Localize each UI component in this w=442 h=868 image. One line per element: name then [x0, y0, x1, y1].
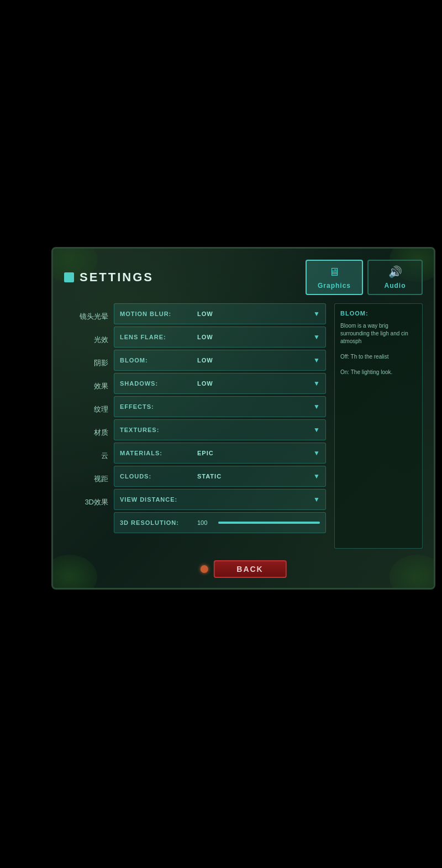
settings-icon [64, 272, 74, 282]
textures-name: TEXTURES: [120, 427, 197, 433]
lens-flare-value: LOW [197, 334, 213, 340]
desc-title: BLOOM: [340, 309, 417, 318]
textures-value-container: ▼ [197, 426, 320, 434]
effects-row[interactable]: EFFECTS: ▼ [114, 396, 326, 417]
shadows-name: SHADOWS: [120, 380, 197, 387]
view-distance-arrow: ▼ [313, 496, 320, 503]
back-dot [200, 565, 208, 573]
clouds-value: STATIC [197, 473, 222, 480]
header-row: Settings 🖥 Graphics 🔊 Audio [64, 260, 423, 295]
bloom-label: 光效 [64, 329, 108, 350]
3d-resolution-name: 3D RESOLUTION: [120, 519, 197, 526]
footer-area: Back [200, 560, 286, 578]
description-panel: BLOOM: Bloom is a way brig surrounding t… [334, 303, 423, 549]
lens-flare-value-container: LOW ▼ [197, 333, 320, 341]
textures-arrow: ▼ [313, 426, 320, 434]
textures-label: 纹理 [64, 399, 108, 420]
lens-flare-arrow: ▼ [313, 333, 320, 341]
shadows-value-container: LOW ▼ [197, 380, 320, 387]
3d-resolution-value: 100 [197, 519, 214, 526]
motion-blur-name: MOTION BLUR: [120, 311, 197, 317]
shadows-arrow: ▼ [313, 380, 320, 387]
tab-buttons: 🖥 Graphics 🔊 Audio [306, 260, 423, 295]
content-area: 镜头光晕 光效 阴影 效果 纹理 材质 云 [64, 303, 423, 549]
audio-tab-label: Audio [385, 282, 406, 290]
3d-resolution-slider-track[interactable] [218, 522, 320, 524]
3d-resolution-slider-fill [218, 522, 320, 524]
clouds-value-container: STATIC ▼ [197, 472, 320, 480]
motion-blur-row[interactable]: MOTION BLUR: LOW ▼ [114, 303, 326, 324]
settings-panel: Settings 🖥 Graphics 🔊 Audio 镜头光晕 [51, 247, 435, 590]
audio-icon: 🔊 [388, 265, 402, 278]
settings-rows: MOTION BLUR: LOW ▼ LENS FLARE: LOW ▼ [114, 303, 329, 549]
left-labels: 镜头光晕 光效 阴影 效果 纹理 材质 云 [64, 303, 108, 549]
3d-resolution-label: 3D效果 [64, 492, 108, 513]
shadows-row[interactable]: SHADOWS: LOW ▼ [114, 373, 326, 394]
graphics-icon: 🖥 [329, 266, 340, 278]
effects-arrow: ▼ [313, 403, 320, 411]
view-distance-value-container: ▼ [197, 496, 320, 503]
tab-audio[interactable]: 🔊 Audio [367, 260, 423, 295]
tab-graphics[interactable]: 🖥 Graphics [306, 260, 363, 295]
textures-row[interactable]: TEXTURES: ▼ [114, 419, 326, 440]
materials-label: 材质 [64, 422, 108, 443]
materials-value-container: EPIC ▼ [197, 449, 320, 457]
bloom-value: LOW [197, 357, 213, 364]
lens-flare-row[interactable]: LENS FLARE: LOW ▼ [114, 327, 326, 348]
clouds-label: 云 [64, 445, 108, 466]
bloom-value-container: LOW ▼ [197, 356, 320, 364]
bloom-arrow: ▼ [313, 356, 320, 364]
clouds-name: CLOUDS: [120, 473, 197, 480]
graphics-tab-label: Graphics [318, 282, 351, 290]
3d-resolution-slider-container: 100 [197, 519, 320, 526]
motion-blur-value-container: LOW ▼ [197, 310, 320, 318]
view-distance-label: 视距 [64, 469, 108, 490]
clouds-arrow: ▼ [313, 472, 320, 480]
materials-value: EPIC [197, 450, 214, 456]
effects-value-container: ▼ [197, 403, 320, 411]
bloom-row[interactable]: BLOOM: LOW ▼ [114, 350, 326, 371]
view-distance-name: VIEW DISTANCE: [120, 496, 197, 503]
settings-title-area: Settings [64, 270, 154, 285]
lens-flare-label: 镜头光晕 [64, 306, 108, 327]
effects-label: 效果 [64, 376, 108, 397]
shadow-label: 阴影 [64, 353, 108, 373]
materials-name: MATERIALS: [120, 450, 197, 456]
materials-arrow: ▼ [313, 449, 320, 457]
motion-blur-value: LOW [197, 311, 213, 317]
clouds-row[interactable]: CLOUDS: STATIC ▼ [114, 466, 326, 487]
shadows-value: LOW [197, 380, 213, 387]
lens-flare-name: LENS FLARE: [120, 334, 197, 340]
motion-blur-arrow: ▼ [313, 310, 320, 318]
settings-title: Settings [80, 270, 154, 285]
view-distance-row[interactable]: VIEW DISTANCE: ▼ [114, 489, 326, 510]
bloom-name: BLOOM: [120, 357, 197, 364]
desc-text: Bloom is a way brig surrounding the ligh… [340, 322, 417, 376]
materials-row[interactable]: MATERIALS: EPIC ▼ [114, 443, 326, 464]
effects-name: EFFECTS: [120, 403, 197, 410]
3d-resolution-row[interactable]: 3D RESOLUTION: 100 [114, 512, 326, 533]
back-button[interactable]: Back [213, 560, 286, 578]
